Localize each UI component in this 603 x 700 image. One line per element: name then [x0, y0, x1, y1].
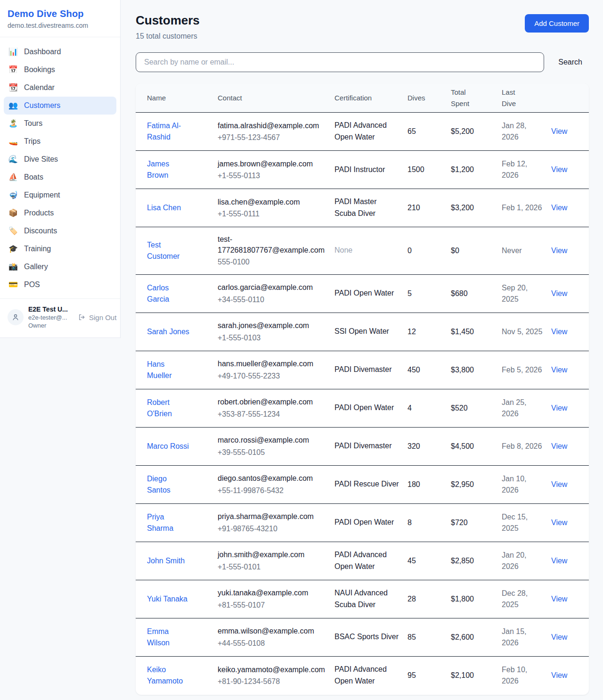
certification-cell: PADI Rescue Diver: [334, 478, 407, 490]
view-link[interactable]: View: [551, 127, 567, 135]
customer-email: marco.rossi@example.com: [218, 435, 327, 445]
customer-name-link[interactable]: Lisa Chen: [147, 202, 181, 214]
sidebar-item-training[interactable]: 🎓Training: [4, 240, 116, 258]
customer-name-link[interactable]: James Brown: [147, 158, 191, 181]
column-header: Contact: [218, 92, 334, 103]
user-name: E2E Test U...: [28, 305, 70, 313]
view-link[interactable]: View: [551, 328, 567, 336]
view-link[interactable]: View: [551, 165, 567, 173]
last-dive-cell: Nov 5, 2025: [502, 326, 551, 338]
customer-phone: +1-555-0101: [218, 561, 327, 572]
customer-name-link[interactable]: Sarah Jones: [147, 326, 189, 338]
customer-phone: +91-98765-43210: [218, 523, 327, 534]
view-cell: View: [551, 555, 578, 566]
dives-cell: 28: [407, 593, 451, 604]
certification-cell: PADI Instructor: [334, 164, 407, 176]
search-input[interactable]: [136, 52, 544, 72]
contact-cell: emma.wilson@example.com+44-555-0108: [218, 626, 334, 648]
customer-name-link[interactable]: Test Customer: [147, 239, 191, 262]
customer-phone: +34-555-0110: [218, 294, 327, 305]
certification-cell: BSAC Sports Diver: [334, 631, 407, 643]
customer-name-link[interactable]: Fatima Al-Rashid: [147, 120, 191, 143]
total-spent-cell: $1,200: [451, 164, 502, 175]
column-header: Last Dive: [502, 87, 551, 109]
view-link[interactable]: View: [551, 204, 567, 212]
sidebar-item-dive-sites[interactable]: 🌊Dive Sites: [4, 150, 116, 168]
add-customer-button[interactable]: Add Customer: [525, 14, 589, 33]
sidebar-item-bookings[interactable]: 📅Bookings: [4, 61, 116, 79]
customer-name-link[interactable]: Priya Sharma: [147, 511, 191, 534]
customer-name-link[interactable]: Carlos Garcia: [147, 282, 191, 305]
name-cell: Priya Sharma: [147, 511, 218, 534]
sidebar-item-trips[interactable]: 🚤Trips: [4, 132, 116, 150]
customer-name-link[interactable]: Hans Mueller: [147, 359, 191, 381]
dives-cell: 85: [407, 632, 451, 642]
table-row: Sarah Jonessarah.jones@example.com+1-555…: [136, 313, 589, 351]
table-row: Robert O'Brienrobert.obrien@example.com+…: [136, 389, 589, 428]
dives-cell: 65: [407, 126, 451, 137]
view-link[interactable]: View: [551, 404, 567, 412]
sidebar-item-customers[interactable]: 👥Customers: [4, 97, 116, 115]
view-link[interactable]: View: [551, 595, 567, 603]
customer-name-link[interactable]: Yuki Tanaka: [147, 593, 187, 605]
contact-cell: priya.sharma@example.com+91-98765-43210: [218, 511, 334, 534]
dives-cell: 450: [407, 364, 451, 375]
customer-name-link[interactable]: Marco Rossi: [147, 441, 189, 452]
sidebar-item-pos[interactable]: 💳POS: [4, 276, 116, 294]
view-link[interactable]: View: [551, 671, 567, 679]
page-header-text: Customers 15 total customers: [136, 13, 200, 41]
table-row: Priya Sharmapriya.sharma@example.com+91-…: [136, 504, 589, 542]
view-link[interactable]: View: [551, 633, 567, 641]
shop-name[interactable]: Demo Dive Shop: [8, 8, 113, 19]
contact-cell: keiko.yamamoto@example.com+81-90-1234-56…: [218, 664, 334, 687]
sidebar-item-boats[interactable]: ⛵Boats: [4, 168, 116, 186]
total-spent-cell: $2,950: [451, 479, 502, 490]
sidebar-item-tours[interactable]: 🏝️Tours: [4, 115, 116, 132]
sidebar-item-dashboard[interactable]: 📊Dashboard: [4, 43, 116, 61]
view-link[interactable]: View: [551, 519, 567, 527]
speedboat-icon: 🚤: [8, 138, 18, 145]
total-spent-cell: $3,800: [451, 364, 502, 375]
sidebar-item-label: Trips: [24, 137, 41, 146]
name-cell: Robert O'Brien: [147, 397, 218, 420]
total-spent-cell: $2,850: [451, 555, 502, 566]
view-link[interactable]: View: [551, 366, 567, 374]
customer-email: carlos.garcia@example.com: [218, 282, 327, 293]
sign-out-button[interactable]: Sign Out: [78, 313, 116, 321]
sidebar-item-label: POS: [24, 280, 40, 289]
contact-cell: carlos.garcia@example.com+34-555-0110: [218, 282, 334, 305]
view-link[interactable]: View: [551, 557, 567, 565]
view-link[interactable]: View: [551, 289, 567, 297]
customer-name-link[interactable]: Robert O'Brien: [147, 397, 191, 420]
view-cell: View: [551, 288, 578, 299]
customer-name-link[interactable]: Emma Wilson: [147, 626, 191, 649]
sidebar-item-products[interactable]: 📦Products: [4, 204, 116, 222]
sidebar-item-gallery[interactable]: 📸Gallery: [4, 258, 116, 276]
contact-cell: john.smith@example.com+1-555-0101: [218, 549, 334, 572]
customer-name-link[interactable]: John Smith: [147, 555, 185, 567]
customer-name-link[interactable]: Keiko Yamamoto: [147, 664, 191, 687]
sidebar: Demo Dive Shop demo.test.divestreams.com…: [0, 0, 121, 338]
customer-name-link[interactable]: Diego Santos: [147, 473, 191, 496]
view-link[interactable]: View: [551, 480, 567, 488]
person-icon: [11, 313, 20, 321]
certification-value: PADI Open Water: [334, 402, 400, 414]
sidebar-item-discounts[interactable]: 🏷️Discounts: [4, 222, 116, 240]
view-link[interactable]: View: [551, 247, 567, 255]
sidebar-item-equipment[interactable]: 🤿Equipment: [4, 186, 116, 204]
view-cell: View: [551, 326, 578, 337]
sign-out-label: Sign Out: [89, 313, 116, 321]
column-header: Dives: [407, 92, 451, 103]
view-link[interactable]: View: [551, 442, 567, 450]
sidebar-item-calendar[interactable]: 📆Calendar: [4, 79, 116, 97]
table-row: Hans Muellerhans.mueller@example.com+49-…: [136, 351, 589, 389]
name-cell: Yuki Tanaka: [147, 593, 218, 605]
certification-value: PADI Rescue Diver: [334, 478, 400, 490]
total-spent-cell: $720: [451, 517, 502, 528]
search-row: Search: [136, 52, 589, 72]
name-cell: Carlos Garcia: [147, 282, 218, 305]
view-cell: View: [551, 164, 578, 175]
search-button[interactable]: Search: [558, 58, 582, 66]
last-dive-cell: Feb 5, 2026: [502, 364, 551, 376]
certification-cell: PADI Divemaster: [334, 364, 407, 376]
